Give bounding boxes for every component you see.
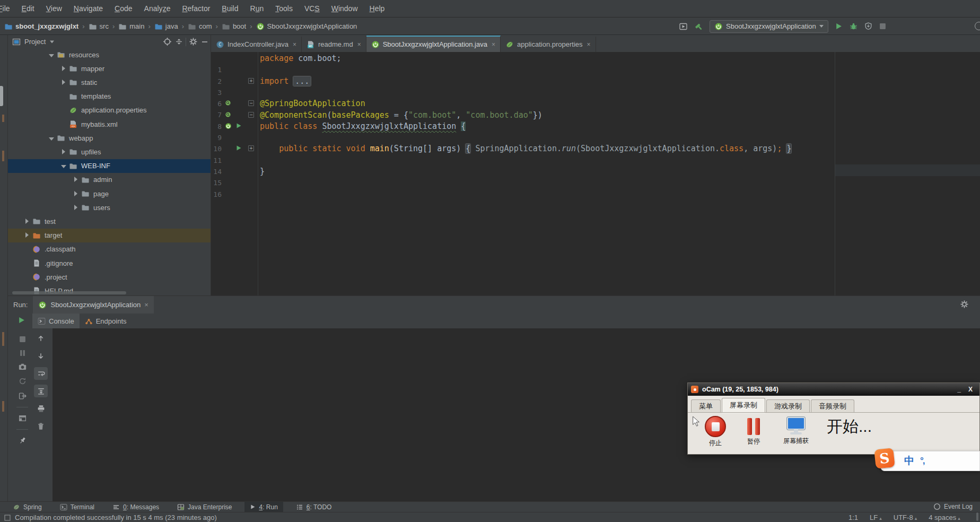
ocam-title-bar[interactable]: oCam (19, 25, 1853, 984) _X bbox=[688, 383, 979, 396]
expand-arrow-icon[interactable] bbox=[74, 205, 77, 210]
trash-button[interactable] bbox=[34, 420, 48, 432]
expand-arrow-icon[interactable] bbox=[62, 66, 65, 71]
close-icon[interactable]: × bbox=[492, 41, 495, 48]
close-icon[interactable]: × bbox=[357, 41, 361, 48]
scroll-end-button[interactable] bbox=[34, 385, 48, 397]
expand-arrow-icon[interactable] bbox=[25, 232, 29, 238]
tree-item-templates[interactable]: templates bbox=[8, 90, 211, 103]
tree-item--gitignore[interactable]: .gitignore bbox=[8, 256, 211, 270]
tree-item--classpath[interactable]: .classpath bbox=[8, 242, 211, 256]
restart-button[interactable] bbox=[19, 377, 27, 385]
status-message[interactable]: Compilation completed successfully in 15… bbox=[4, 514, 217, 521]
menu-item-tools[interactable]: Tools bbox=[269, 0, 299, 18]
rerun-button[interactable] bbox=[18, 316, 25, 324]
fold-marker[interactable]: + bbox=[248, 78, 254, 84]
menu-item-navigate[interactable]: Navigate bbox=[68, 0, 109, 18]
tree-item-users[interactable]: users bbox=[8, 201, 211, 214]
menu-item-analyze[interactable]: Analyze bbox=[138, 0, 177, 18]
ocam-stop-button[interactable]: 停止 bbox=[705, 416, 726, 448]
toolwindow-button-6-todo[interactable]: 6: TODO bbox=[291, 502, 337, 512]
collapse-all-icon[interactable] bbox=[173, 38, 185, 46]
toolwindow-button-spring[interactable]: Spring bbox=[7, 502, 47, 512]
status-widget-lf[interactable]: LF▴ bbox=[870, 514, 882, 521]
status-widget-1-1[interactable]: 1:1 bbox=[848, 514, 858, 521]
run-arrow-icon[interactable] bbox=[235, 123, 242, 129]
tree-item--project[interactable]: .project bbox=[8, 270, 211, 284]
tree-item-static[interactable]: static bbox=[8, 75, 211, 89]
ocam-close-button[interactable]: X bbox=[965, 386, 976, 393]
toolwindow-button-0-messages[interactable]: 0: Messages bbox=[107, 502, 164, 512]
breadcrumb-item[interactable]: SbootJxxgzxwjglxtApplication bbox=[255, 22, 358, 31]
tree-item-application-properties[interactable]: application.properties bbox=[8, 103, 211, 117]
soft-wrap-button[interactable] bbox=[34, 367, 48, 380]
menu-item-run[interactable]: Run bbox=[244, 0, 270, 18]
coverage-button[interactable] bbox=[864, 22, 872, 30]
close-icon[interactable]: × bbox=[144, 301, 148, 309]
toolwindow-button-4-run[interactable]: 4: Run bbox=[244, 502, 283, 512]
debug-bug-button[interactable] bbox=[850, 22, 858, 30]
editor-tab-indexcontroller-java[interactable]: CIndexController.java × bbox=[211, 37, 302, 52]
arrow-down-button[interactable] bbox=[34, 350, 48, 362]
event-log-button[interactable]: Event Log bbox=[933, 501, 973, 512]
menu-item-view[interactable]: View bbox=[40, 0, 68, 18]
ocam-tab[interactable]: 游戏录制 bbox=[766, 399, 810, 412]
run-tab-console[interactable]: Console bbox=[32, 314, 80, 328]
toolwindow-button-java-enterprise[interactable]: Java Enterprise bbox=[172, 502, 237, 512]
code-editor[interactable]: 1 package com.boot; 2 3+ import ... 6 7−… bbox=[211, 52, 980, 295]
expand-arrow-icon[interactable] bbox=[74, 191, 77, 196]
stop-square-dim-button[interactable] bbox=[879, 23, 886, 30]
tree-item-mybatis-xml[interactable]: <>mybatis.xml bbox=[8, 117, 211, 131]
menu-item-build[interactable]: Build bbox=[216, 0, 244, 18]
breadcrumb-item[interactable]: java bbox=[153, 22, 179, 31]
tree-item-page[interactable]: page bbox=[8, 187, 211, 201]
printer-button[interactable] bbox=[34, 402, 48, 415]
spring-bean-icon[interactable] bbox=[225, 123, 232, 129]
ocam-minimize-button[interactable]: _ bbox=[953, 386, 965, 393]
ime-punctuation-button[interactable]: °, bbox=[920, 456, 924, 466]
close-icon[interactable]: × bbox=[293, 41, 296, 48]
fold-marker[interactable]: − bbox=[248, 112, 254, 118]
expand-arrow-icon[interactable] bbox=[25, 219, 29, 224]
arrow-up-button[interactable] bbox=[34, 332, 48, 345]
expand-arrow-icon[interactable] bbox=[49, 137, 54, 141]
breadcrumb-item[interactable]: src bbox=[88, 22, 110, 31]
run-configuration-tab[interactable]: SbootJxxgzxwjglxtApplication × bbox=[33, 296, 153, 314]
ocam-screen-capture-button[interactable]: 屏幕捕获 bbox=[783, 417, 809, 446]
spring-annotation-icon[interactable] bbox=[225, 100, 232, 107]
editor-tab-sbootjxxgzxwjglxtapplication-java[interactable]: SbootJxxgzxwjglxtApplication.java × bbox=[366, 36, 501, 52]
breadcrumb-item[interactable]: com bbox=[187, 22, 213, 31]
status-scrollbar[interactable] bbox=[976, 512, 978, 521]
tree-item-resources[interactable]: resources bbox=[8, 48, 211, 62]
editor-tab-readme-md[interactable]: MDreadme.md × bbox=[302, 37, 366, 52]
play-button[interactable] bbox=[835, 22, 843, 30]
fold-marker[interactable]: + bbox=[248, 145, 254, 151]
run-tab-endpoints[interactable]: Endpoints bbox=[80, 314, 132, 328]
expand-arrow-icon[interactable] bbox=[62, 80, 65, 85]
breadcrumb-item[interactable]: boot bbox=[221, 22, 247, 31]
run-window-icon[interactable] bbox=[679, 22, 688, 31]
expand-arrow-icon[interactable] bbox=[61, 165, 66, 168]
ocam-pause-button[interactable]: 暂停 bbox=[747, 417, 760, 446]
tree-item-web-inf[interactable]: WEB-INF bbox=[8, 159, 211, 173]
status-widget-4-spaces[interactable]: 4 spaces▴ bbox=[929, 514, 960, 521]
menu-item-edit[interactable]: Edit bbox=[16, 0, 40, 18]
close-icon[interactable]: × bbox=[587, 41, 591, 48]
ocam-tab[interactable]: 屏幕录制 bbox=[722, 398, 765, 412]
breadcrumb-item[interactable]: sboot_jxxgzxwjglxt bbox=[3, 22, 80, 31]
hide-icon[interactable] bbox=[199, 38, 211, 46]
tree-item-webapp[interactable]: webapp bbox=[8, 131, 211, 145]
editor-tab-application-properties[interactable]: application.properties × bbox=[501, 37, 596, 52]
ocam-tab[interactable]: 菜单 bbox=[691, 399, 721, 412]
expand-arrow-icon[interactable] bbox=[49, 54, 54, 57]
stop-square-dim-button[interactable] bbox=[19, 336, 26, 343]
menu-item-window[interactable]: Window bbox=[326, 0, 364, 18]
pin-button[interactable] bbox=[19, 437, 27, 445]
menu-item-file[interactable]: File bbox=[0, 0, 16, 18]
tree-item-mapper[interactable]: mapper bbox=[8, 62, 211, 75]
layout-button[interactable] bbox=[19, 414, 27, 422]
chevron-down-icon[interactable] bbox=[50, 40, 54, 43]
fold-marker[interactable]: − bbox=[248, 100, 254, 106]
exit-button[interactable] bbox=[19, 392, 27, 400]
tree-horizontal-scrollbar[interactable] bbox=[12, 291, 126, 294]
hammer-icon[interactable] bbox=[694, 22, 703, 31]
